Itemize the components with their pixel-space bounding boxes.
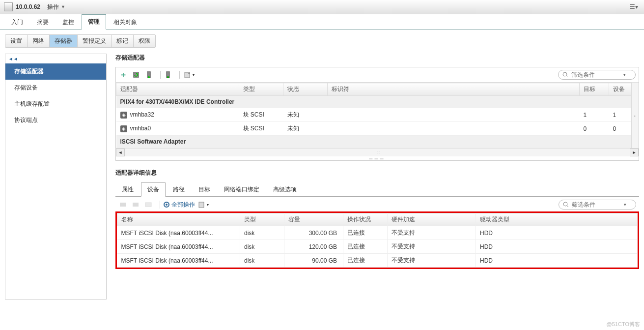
- svg-rect-10: [145, 203, 151, 207]
- table-header-row: 名称 类型 容量 操作状况 硬件加速 驱动器类型: [117, 213, 638, 226]
- adapter-group: PIIX4 for 430TX/440BX/MX IDE Controller: [116, 96, 639, 108]
- col-adapter[interactable]: 适配器: [116, 83, 239, 96]
- resize-grip[interactable]: ═══: [116, 156, 639, 160]
- col-type[interactable]: 类型: [239, 83, 283, 96]
- col-type[interactable]: 类型: [240, 213, 284, 226]
- svg-rect-8: [120, 203, 126, 207]
- col-targets[interactable]: 目标: [580, 83, 609, 96]
- nav-tab-getting-started[interactable]: 入门: [5, 15, 29, 30]
- export-icon[interactable]: ▾: [197, 200, 210, 209]
- svg-rect-9: [133, 203, 139, 207]
- svg-point-6: [563, 72, 567, 76]
- sub-tab-tags[interactable]: 标记: [112, 35, 134, 47]
- svg-point-2: [148, 76, 150, 78]
- separator: [179, 71, 180, 79]
- table-row[interactable]: ◈vmhba32 块 SCSI 未知 1 1: [116, 108, 639, 122]
- adapter-icon: ◈: [120, 112, 127, 119]
- rescan-adapter-icon[interactable]: [144, 70, 153, 79]
- separator: [160, 71, 161, 79]
- adapters-table: 适配器 类型 状态 标识符 目标 设备 PIIX4 for 430TX/440B…: [116, 83, 639, 148]
- svg-line-7: [566, 76, 568, 77]
- details-filter-box[interactable]: ▾: [559, 200, 636, 210]
- all-actions-menu[interactable]: 全部操作: [163, 201, 195, 209]
- devices-highlight: 名称 类型 容量 操作状况 硬件加速 驱动器类型 MSFT iSCSI Disk…: [115, 211, 639, 269]
- nav-tab-monitor[interactable]: 监控: [56, 15, 81, 30]
- adapters-toolbar: ＋ ▾: [116, 67, 639, 83]
- detail-tab-properties[interactable]: 属性: [115, 182, 140, 197]
- sidebar-item-storage-adapters[interactable]: 存储适配器: [5, 63, 106, 80]
- col-status[interactable]: 状态: [283, 83, 328, 96]
- nav-tab-manage[interactable]: 管理: [82, 14, 106, 30]
- refresh-icon[interactable]: [132, 70, 140, 79]
- collapse-panel-icon[interactable]: ☰▾: [628, 3, 640, 10]
- sidebar-item-protocol-endpoints[interactable]: 协议端点: [5, 112, 106, 128]
- vertical-scrollbar[interactable]: ::: [631, 83, 639, 148]
- detail-tab-netbind[interactable]: 网络端口绑定: [218, 182, 266, 197]
- chevron-down-icon: ▼: [61, 4, 65, 9]
- host-icon: [4, 2, 13, 11]
- detail-tab-advanced[interactable]: 高级选项: [267, 182, 303, 197]
- svg-point-14: [563, 202, 567, 206]
- host-ip: 10.0.0.62: [16, 3, 40, 10]
- separator: [160, 201, 160, 209]
- nav-tab-summary[interactable]: 摘要: [30, 15, 55, 30]
- detail-tab-paths[interactable]: 路径: [167, 182, 191, 197]
- detail-tab-devices[interactable]: 设备: [141, 182, 166, 197]
- actions-menu-label: 操作: [47, 3, 59, 11]
- sidebar-collapse-icon[interactable]: ◄◄: [5, 54, 106, 63]
- sub-tab-network[interactable]: 网络: [28, 35, 50, 47]
- chevron-down-icon[interactable]: ▾: [623, 72, 626, 77]
- svg-rect-0: [133, 72, 139, 78]
- details-toolbar: 全部操作 ▾ ▾: [115, 197, 639, 212]
- filter-box[interactable]: ▾: [558, 70, 636, 80]
- svg-point-12: [166, 204, 168, 206]
- sidebar-item-host-cache[interactable]: 主机缓存配置: [5, 96, 106, 112]
- rescan-storage-icon[interactable]: [164, 70, 172, 79]
- nav-tabs: 入门 摘要 监控 管理 相关对象: [0, 14, 644, 30]
- svg-rect-13: [199, 202, 204, 208]
- section-title-adapters: 存储适配器: [115, 54, 639, 62]
- sub-tab-storage[interactable]: 存储器: [50, 35, 78, 47]
- svg-point-4: [167, 76, 169, 78]
- detail-tabs: 属性 设备 路径 目标 网络端口绑定 高级选项: [115, 182, 639, 197]
- detail-tab-targets[interactable]: 目标: [192, 182, 217, 197]
- col-drivetype[interactable]: 驱动器类型: [476, 213, 638, 226]
- gear-icon: [163, 201, 170, 208]
- detach-icon: [131, 200, 140, 209]
- table-row[interactable]: ◈vmhba0 块 SCSI 未知 0 0: [116, 122, 639, 136]
- rename-icon: [144, 200, 153, 209]
- sidebar-item-storage-devices[interactable]: 存储设备: [5, 80, 106, 96]
- actions-menu[interactable]: 操作 ▼: [47, 3, 65, 11]
- details-filter-input[interactable]: [571, 201, 622, 209]
- col-capacity[interactable]: 容量: [284, 213, 343, 226]
- col-id[interactable]: 标识符: [328, 83, 580, 96]
- col-name[interactable]: 名称: [117, 213, 240, 226]
- table-row[interactable]: MSFT iSCSI Disk (naa.60003ff44... disk 9…: [117, 254, 638, 268]
- add-icon[interactable]: ＋: [119, 70, 128, 79]
- horizontal-scrollbar[interactable]: ◄ :: ►: [116, 148, 639, 156]
- sidebar: ◄◄ 存储适配器 存储设备 主机缓存配置 协议端点: [5, 54, 107, 300]
- table-row[interactable]: MSFT iSCSI Disk (naa.60003ff44... disk 3…: [117, 226, 638, 240]
- svg-line-15: [567, 206, 568, 207]
- scroll-right-icon[interactable]: ►: [630, 149, 639, 156]
- attach-icon: [118, 200, 127, 209]
- adapter-icon: ◈: [120, 125, 127, 132]
- chevron-down-icon[interactable]: ▾: [624, 202, 626, 207]
- devices-table: 名称 类型 容量 操作状况 硬件加速 驱动器类型 MSFT iSCSI Disk…: [117, 213, 638, 268]
- filter-input[interactable]: [570, 71, 621, 79]
- adapter-group: iSCSI Software Adapter: [116, 136, 639, 148]
- export-icon[interactable]: ▾: [183, 70, 196, 79]
- table-row[interactable]: MSFT iSCSI Disk (naa.60003ff44... disk 1…: [117, 240, 638, 254]
- sub-tab-alarms[interactable]: 警报定义: [78, 35, 112, 47]
- sub-tab-perms[interactable]: 权限: [134, 35, 155, 47]
- scroll-left-icon[interactable]: ◄: [116, 149, 125, 156]
- search-icon: [562, 72, 568, 78]
- search-icon: [563, 202, 569, 208]
- nav-tab-related[interactable]: 相关对象: [107, 15, 143, 30]
- top-bar: 10.0.0.62 操作 ▼ ☰▾: [0, 0, 644, 14]
- table-header-row: 适配器 类型 状态 标识符 目标 设备: [116, 83, 639, 96]
- sub-tabs: 设置 网络 存储器 警报定义 标记 权限: [5, 34, 156, 48]
- sub-tab-settings[interactable]: 设置: [5, 35, 28, 47]
- col-hwaccel[interactable]: 硬件加速: [388, 213, 476, 226]
- col-opstatus[interactable]: 操作状况: [343, 213, 388, 226]
